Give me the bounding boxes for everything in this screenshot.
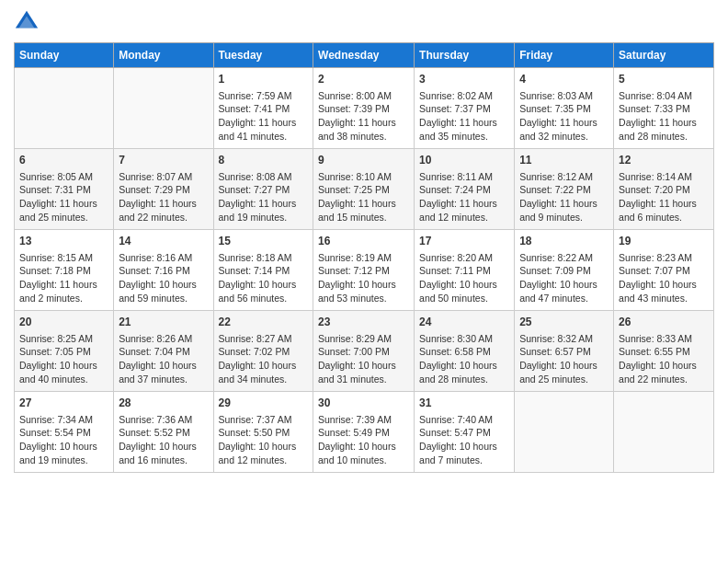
daylight-text: Daylight: 10 hours and 40 minutes. (19, 359, 108, 385)
calendar-week-row: 20Sunrise: 8:25 AMSunset: 7:05 PMDayligh… (15, 311, 714, 392)
calendar-cell (15, 68, 114, 149)
daylight-text: Daylight: 11 hours and 22 minutes. (119, 197, 208, 224)
calendar-week-row: 27Sunrise: 7:34 AMSunset: 5:54 PMDayligh… (15, 392, 714, 473)
sunrise-text: Sunrise: 8:20 AM (419, 251, 509, 265)
sunset-text: Sunset: 7:22 PM (519, 183, 609, 197)
daylight-text: Daylight: 11 hours and 12 minutes. (419, 197, 509, 224)
cell-content: Sunrise: 8:08 AMSunset: 7:27 PMDaylight:… (219, 170, 309, 224)
day-number: 6 (19, 153, 108, 168)
daylight-text: Daylight: 11 hours and 2 minutes. (19, 278, 108, 304)
sunrise-text: Sunrise: 7:37 AM (219, 413, 309, 427)
day-number: 12 (619, 153, 709, 168)
calendar-cell: 19Sunrise: 8:23 AMSunset: 7:07 PMDayligh… (614, 230, 714, 311)
calendar-cell: 27Sunrise: 7:34 AMSunset: 5:54 PMDayligh… (15, 392, 114, 473)
sunrise-text: Sunrise: 8:08 AM (219, 170, 309, 184)
calendar-cell: 7Sunrise: 8:07 AMSunset: 7:29 PMDaylight… (114, 149, 213, 230)
cell-content: Sunrise: 8:29 AMSunset: 7:00 PMDaylight:… (318, 332, 409, 386)
daylight-text: Daylight: 10 hours and 12 minutes. (219, 440, 309, 466)
day-number: 26 (619, 315, 709, 330)
weekday-header-row: SundayMondayTuesdayWednesdayThursdayFrid… (15, 43, 714, 68)
sunset-text: Sunset: 7:20 PM (619, 183, 709, 197)
cell-content: Sunrise: 8:32 AMSunset: 6:57 PMDaylight:… (519, 332, 609, 386)
day-number: 16 (318, 234, 409, 249)
cell-content: Sunrise: 8:33 AMSunset: 6:55 PMDaylight:… (619, 332, 709, 386)
cell-content: Sunrise: 8:22 AMSunset: 7:09 PMDaylight:… (519, 251, 609, 305)
cell-content: Sunrise: 7:37 AMSunset: 5:50 PMDaylight:… (219, 413, 309, 467)
sunrise-text: Sunrise: 8:18 AM (219, 251, 309, 265)
day-number: 2 (318, 72, 409, 87)
sunset-text: Sunset: 7:39 PM (318, 102, 409, 116)
calendar-cell: 1Sunrise: 7:59 AMSunset: 7:41 PMDaylight… (213, 68, 313, 149)
cell-content: Sunrise: 8:03 AMSunset: 7:35 PMDaylight:… (519, 89, 609, 144)
sunset-text: Sunset: 7:02 PM (219, 345, 309, 359)
daylight-text: Daylight: 11 hours and 6 minutes. (619, 197, 709, 224)
calendar-cell (114, 68, 213, 149)
daylight-text: Daylight: 11 hours and 19 minutes. (219, 197, 309, 224)
daylight-text: Daylight: 11 hours and 38 minutes. (318, 116, 409, 143)
calendar-cell: 12Sunrise: 8:14 AMSunset: 7:20 PMDayligh… (614, 149, 714, 230)
cell-content: Sunrise: 8:11 AMSunset: 7:24 PMDaylight:… (419, 170, 509, 224)
calendar-cell: 8Sunrise: 8:08 AMSunset: 7:27 PMDaylight… (213, 149, 313, 230)
sunset-text: Sunset: 5:54 PM (19, 426, 108, 440)
sunrise-text: Sunrise: 8:05 AM (19, 170, 108, 184)
cell-content: Sunrise: 8:26 AMSunset: 7:04 PMDaylight:… (119, 332, 208, 386)
daylight-text: Daylight: 11 hours and 9 minutes. (519, 197, 609, 224)
cell-content: Sunrise: 8:23 AMSunset: 7:07 PMDaylight:… (619, 251, 709, 305)
sunset-text: Sunset: 5:47 PM (419, 426, 509, 440)
daylight-text: Daylight: 10 hours and 37 minutes. (119, 359, 208, 385)
calendar-cell: 13Sunrise: 8:15 AMSunset: 7:18 PMDayligh… (15, 230, 114, 311)
cell-content: Sunrise: 8:18 AMSunset: 7:14 PMDaylight:… (219, 251, 309, 305)
calendar-week-row: 6Sunrise: 8:05 AMSunset: 7:31 PMDaylight… (15, 149, 714, 230)
weekday-header: Tuesday (213, 43, 313, 68)
day-number: 7 (119, 153, 208, 168)
cell-content: Sunrise: 7:36 AMSunset: 5:52 PMDaylight:… (119, 413, 208, 467)
day-number: 9 (318, 153, 409, 168)
sunset-text: Sunset: 7:14 PM (219, 264, 309, 278)
cell-content: Sunrise: 7:39 AMSunset: 5:49 PMDaylight:… (318, 413, 409, 467)
calendar-cell: 11Sunrise: 8:12 AMSunset: 7:22 PMDayligh… (515, 149, 614, 230)
cell-content: Sunrise: 8:04 AMSunset: 7:33 PMDaylight:… (619, 89, 709, 144)
sunset-text: Sunset: 7:05 PM (19, 345, 108, 359)
sunset-text: Sunset: 7:29 PM (119, 183, 208, 197)
sunrise-text: Sunrise: 8:19 AM (318, 251, 409, 265)
calendar-cell (614, 392, 714, 473)
day-number: 18 (519, 234, 609, 249)
daylight-text: Daylight: 10 hours and 47 minutes. (519, 278, 609, 304)
sunrise-text: Sunrise: 8:23 AM (619, 251, 709, 265)
daylight-text: Daylight: 11 hours and 28 minutes. (619, 116, 709, 143)
sunrise-text: Sunrise: 8:29 AM (318, 332, 409, 346)
sunrise-text: Sunrise: 8:26 AM (119, 332, 208, 346)
cell-content: Sunrise: 8:25 AMSunset: 7:05 PMDaylight:… (19, 332, 108, 386)
day-number: 14 (119, 234, 208, 249)
calendar-cell: 3Sunrise: 8:02 AMSunset: 7:37 PMDaylight… (415, 68, 515, 149)
day-number: 19 (619, 234, 709, 249)
sunset-text: Sunset: 7:25 PM (318, 183, 409, 197)
day-number: 5 (619, 72, 709, 87)
calendar-week-row: 13Sunrise: 8:15 AMSunset: 7:18 PMDayligh… (15, 230, 714, 311)
day-number: 24 (419, 315, 509, 330)
calendar-cell: 30Sunrise: 7:39 AMSunset: 5:49 PMDayligh… (313, 392, 415, 473)
daylight-text: Daylight: 10 hours and 7 minutes. (419, 440, 509, 466)
day-number: 29 (219, 396, 309, 411)
day-number: 27 (19, 396, 108, 411)
calendar-cell: 26Sunrise: 8:33 AMSunset: 6:55 PMDayligh… (614, 311, 714, 392)
day-number: 30 (318, 396, 409, 411)
weekday-header: Monday (114, 43, 213, 68)
daylight-text: Daylight: 10 hours and 25 minutes. (519, 359, 609, 385)
sunset-text: Sunset: 6:57 PM (519, 345, 609, 359)
day-number: 20 (19, 315, 108, 330)
calendar-table: SundayMondayTuesdayWednesdayThursdayFrid… (14, 42, 714, 473)
daylight-text: Daylight: 11 hours and 35 minutes. (419, 116, 509, 143)
daylight-text: Daylight: 10 hours and 31 minutes. (318, 359, 409, 385)
sunset-text: Sunset: 7:04 PM (119, 345, 208, 359)
sunset-text: Sunset: 7:09 PM (519, 264, 609, 278)
day-number: 8 (219, 153, 309, 168)
logo (14, 9, 43, 35)
sunrise-text: Sunrise: 8:33 AM (619, 332, 709, 346)
day-number: 22 (219, 315, 309, 330)
cell-content: Sunrise: 7:59 AMSunset: 7:41 PMDaylight:… (219, 89, 309, 144)
sunrise-text: Sunrise: 8:15 AM (19, 251, 108, 265)
sunset-text: Sunset: 6:58 PM (419, 345, 509, 359)
cell-content: Sunrise: 8:20 AMSunset: 7:11 PMDaylight:… (419, 251, 509, 305)
daylight-text: Daylight: 10 hours and 56 minutes. (219, 278, 309, 304)
